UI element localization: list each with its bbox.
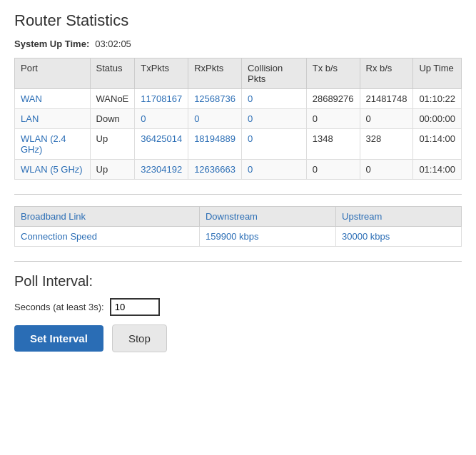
table-cell: 12636663 [188, 160, 242, 180]
col-header-status: Status [90, 58, 135, 89]
table-cell: 36425014 [135, 129, 188, 160]
table-cell: 21481748 [360, 89, 413, 109]
table-cell: WANoE [90, 89, 135, 109]
stop-button[interactable]: Stop [112, 324, 167, 352]
table-cell: 01:14:00 [413, 160, 462, 180]
table-row: LANDown0000000:00:00 [15, 109, 462, 129]
table-cell: 0 [360, 109, 413, 129]
broadband-col-link: Broadband Link [15, 207, 200, 227]
table-cell: 00:00:00 [413, 109, 462, 129]
broadband-col-upstream: Upstream [336, 207, 462, 227]
table-cell: LAN [15, 109, 91, 129]
poll-interval-title: Poll Interval: [14, 273, 462, 290]
table-row: Connection Speed159900 kbps30000 kbps [15, 227, 462, 247]
table-cell: Connection Speed [15, 227, 200, 247]
col-header-txbs: Tx b/s [306, 58, 360, 89]
page-title: Router Statistics [14, 11, 462, 30]
table-cell: WLAN (2.4 GHz) [15, 129, 91, 160]
table-cell: 0 [241, 160, 306, 180]
table-cell: 01:14:00 [413, 129, 462, 160]
table-cell: WLAN (5 GHz) [15, 160, 91, 180]
table-row: WLAN (2.4 GHz)Up364250141819488901348328… [15, 129, 462, 160]
divider-2 [14, 261, 462, 262]
seconds-label: Seconds (at least 3s): [14, 302, 104, 312]
col-header-rxbs: Rx b/s [360, 58, 413, 89]
broadband-col-downstream: Downstream [199, 207, 335, 227]
table-cell: 0 [241, 89, 306, 109]
system-uptime-value: 03:02:05 [95, 39, 131, 49]
table-cell: Up [90, 129, 135, 160]
divider-1 [14, 194, 462, 195]
table-cell: 0 [135, 109, 188, 129]
table-cell: 0 [188, 109, 242, 129]
table-cell: WAN [15, 89, 91, 109]
table-cell: 328 [360, 129, 413, 160]
table-cell: 28689276 [306, 89, 360, 109]
table-cell: 30000 kbps [336, 227, 462, 247]
system-uptime-label: System Up Time: [14, 39, 89, 49]
table-cell: 12568736 [188, 89, 242, 109]
broadband-table: Broadband Link Downstream Upstream Conne… [14, 206, 462, 247]
col-header-uptime: Up Time [413, 58, 462, 89]
seconds-input[interactable] [110, 298, 160, 316]
table-row: WLAN (5 GHz)Up323041921263666300001:14:0… [15, 160, 462, 180]
col-header-port: Port [15, 58, 91, 89]
col-header-txpkts: TxPkts [135, 58, 188, 89]
table-cell: 18194889 [188, 129, 242, 160]
table-cell: 1348 [306, 129, 360, 160]
table-cell: Down [90, 109, 135, 129]
table-cell: 0 [306, 160, 360, 180]
table-cell: 0 [241, 129, 306, 160]
table-cell: 01:10:22 [413, 89, 462, 109]
table-cell: 0 [241, 109, 306, 129]
router-stats-table: Port Status TxPkts RxPkts Collision Pkts… [14, 58, 462, 180]
set-interval-button[interactable]: Set Interval [14, 325, 103, 352]
table-cell: 0 [360, 160, 413, 180]
table-cell: 0 [306, 109, 360, 129]
table-cell: 159900 kbps [199, 227, 335, 247]
table-cell: 11708167 [135, 89, 188, 109]
table-row: WANWANoE11708167125687360286892762148174… [15, 89, 462, 109]
col-header-collision: Collision Pkts [241, 58, 306, 89]
table-cell: 32304192 [135, 160, 188, 180]
col-header-rxpkts: RxPkts [188, 58, 242, 89]
table-cell: Up [90, 160, 135, 180]
